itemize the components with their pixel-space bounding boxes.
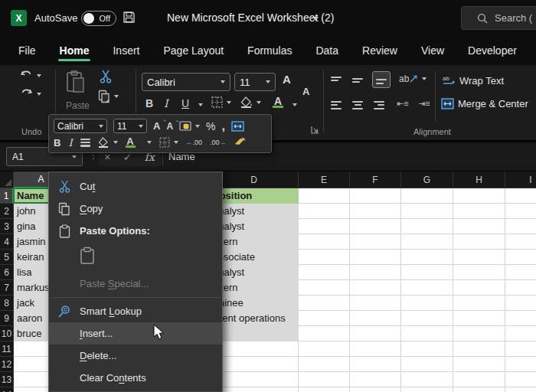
cell-H7[interactable] — [453, 280, 505, 296]
cell-F3[interactable] — [350, 219, 401, 234]
column-header-D[interactable]: D — [210, 172, 299, 188]
cell-I14[interactable] — [505, 387, 536, 392]
row-header-8[interactable]: 8 — [0, 296, 14, 311]
cell-E4[interactable] — [299, 234, 350, 250]
cell-D5[interactable]: associate — [210, 250, 299, 265]
row-header-6[interactable]: 6 — [0, 265, 14, 280]
merge-center-icon[interactable] — [441, 98, 454, 109]
cell-D12[interactable] — [210, 357, 299, 372]
underline-button[interactable]: U — [181, 97, 189, 109]
cell-H4[interactable] — [453, 234, 505, 250]
search-box[interactable]: Search ( — [461, 6, 536, 30]
cell-F4[interactable] — [350, 234, 401, 250]
cell-E8[interactable] — [299, 296, 350, 311]
row-header-7[interactable]: 7 — [0, 280, 14, 296]
align-right-icon[interactable] — [374, 99, 384, 111]
cell-G12[interactable] — [401, 357, 453, 372]
paste-option-button[interactable] — [49, 242, 222, 273]
redo-button[interactable] — [20, 88, 41, 100]
cell-D10[interactable]: hr — [210, 326, 299, 341]
mini-fill-color-icon[interactable] — [98, 137, 118, 148]
select-all-corner[interactable] — [0, 172, 14, 188]
column-header-E[interactable]: E — [299, 172, 350, 188]
mini-font-name-select[interactable]: Calibri — [54, 119, 107, 133]
cell-F9[interactable] — [350, 311, 401, 326]
cell-G10[interactable] — [401, 326, 453, 341]
cell-D8[interactable]: trainee — [210, 296, 299, 311]
row-header-14[interactable]: 14 — [0, 387, 14, 392]
wrap-text-label[interactable]: Wrap Text — [459, 75, 504, 87]
cell-H2[interactable] — [453, 204, 505, 219]
font-size-select[interactable]: 11 — [234, 73, 276, 91]
save-icon[interactable] — [123, 11, 136, 27]
fill-color-icon[interactable] — [240, 96, 261, 108]
cell-I1[interactable] — [505, 188, 536, 204]
cell-H8[interactable] — [453, 296, 505, 311]
format-painter-icon[interactable] — [234, 137, 246, 148]
font-color-icon[interactable]: A — [273, 96, 283, 108]
cell-F12[interactable] — [350, 357, 401, 372]
cell-F6[interactable] — [350, 265, 401, 280]
menu-item-clear-contents[interactable]: Clear Contents — [49, 367, 222, 389]
cell-G6[interactable] — [401, 265, 453, 280]
menu-item-paste-options[interactable]: Paste Options: — [49, 220, 222, 242]
column-header-F[interactable]: F — [350, 172, 401, 188]
row-header-12[interactable]: 12 — [0, 357, 14, 372]
cell-F14[interactable] — [350, 387, 401, 392]
cut-icon[interactable] — [100, 70, 112, 83]
paste-icon[interactable] — [66, 70, 86, 93]
cell-E1[interactable] — [299, 188, 350, 204]
decrease-indent-icon[interactable]: ⇤≡ — [397, 99, 409, 109]
cell-H10[interactable] — [453, 326, 505, 341]
cell-I2[interactable] — [505, 204, 536, 219]
row-header-9[interactable]: 9 — [0, 311, 14, 326]
autosave-toggle[interactable]: Off — [81, 11, 116, 26]
percent-style-icon[interactable]: % — [206, 120, 215, 132]
font-dialog-launcher-icon[interactable] — [311, 126, 319, 134]
cell-G2[interactable] — [401, 204, 453, 219]
mini-align-icon[interactable] — [80, 137, 90, 149]
row-header-13[interactable]: 13 — [0, 372, 14, 387]
merge-center-label[interactable]: Merge & Center — [458, 98, 528, 109]
cell-D9[interactable]: client operations — [210, 311, 299, 326]
cell-H5[interactable] — [453, 250, 505, 265]
bold-button[interactable]: B — [145, 97, 153, 109]
cell-E12[interactable] — [299, 357, 350, 372]
cell-E6[interactable] — [299, 265, 350, 280]
decrease-decimal-icon[interactable]: .00→ — [210, 139, 227, 146]
cell-F11[interactable] — [350, 341, 401, 357]
cell-G14[interactable] — [401, 387, 453, 392]
cell-D14[interactable] — [210, 387, 299, 392]
cell-F10[interactable] — [350, 326, 401, 341]
underline-dropdown-caret[interactable] — [198, 103, 203, 106]
cell-I8[interactable] — [505, 296, 536, 311]
mini-italic-button[interactable]: I — [68, 137, 72, 149]
tab-page-layout[interactable]: Page Layout — [162, 38, 225, 63]
tab-developer[interactable]: Developer — [466, 38, 518, 63]
format-as-table-icon[interactable] — [179, 121, 200, 131]
menu-item-smart-lookup[interactable]: iSmart Lookup — [49, 300, 222, 322]
menu-item-delete[interactable]: Delete... — [49, 345, 222, 367]
tab-insert[interactable]: Insert — [111, 38, 141, 63]
font-name-select[interactable]: Calibri — [142, 73, 230, 91]
column-header-I[interactable]: I — [505, 172, 536, 188]
borders-icon[interactable] — [211, 96, 231, 108]
cell-H13[interactable] — [453, 372, 505, 387]
cell-G1[interactable] — [401, 188, 453, 204]
cell-D3[interactable]: analyst — [210, 219, 299, 234]
cell-I4[interactable] — [505, 234, 536, 250]
mini-font-color-caret[interactable] — [147, 141, 152, 144]
tab-formulas[interactable]: Formulas — [246, 38, 293, 63]
cell-E7[interactable] — [299, 280, 350, 296]
mini-borders-icon[interactable] — [159, 137, 178, 148]
tab-view[interactable]: View — [420, 38, 446, 63]
copy-icon[interactable] — [98, 90, 119, 103]
align-left-icon[interactable] — [331, 99, 342, 111]
font-color-dropdown-caret[interactable] — [293, 103, 297, 106]
cell-F13[interactable] — [350, 372, 401, 387]
cell-E14[interactable] — [299, 387, 350, 392]
cell-G11[interactable] — [401, 341, 453, 357]
cell-F8[interactable] — [350, 296, 401, 311]
cell-E2[interactable] — [299, 204, 350, 219]
tab-review[interactable]: Review — [361, 38, 399, 63]
